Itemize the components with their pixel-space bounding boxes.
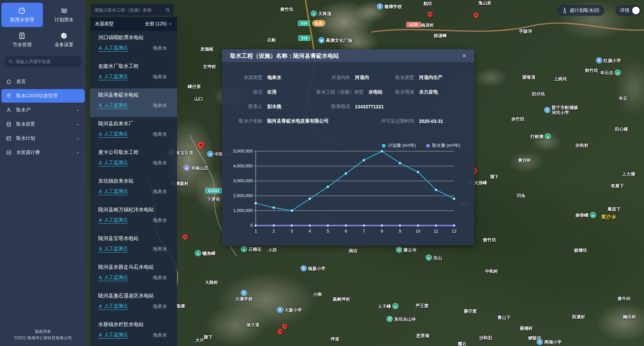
source-type-filter[interactable]: 水源类型 全部 (125) — [90, 17, 177, 31]
map-poi-school[interactable]: 文普宁市船埔镇 河坑小学 — [544, 105, 578, 115]
field-label: 取水用途 — [394, 89, 414, 95]
map-poi-school[interactable]: 文大新小学 — [277, 307, 302, 313]
filter-value[interactable]: 全部 (125) — [145, 21, 167, 27]
map-place-label: 善德村 — [520, 326, 533, 331]
chevron-down-icon — [76, 136, 80, 140]
manual-monitor-link[interactable]: 人工监测点 — [98, 131, 128, 138]
station-search-box[interactable] — [91, 4, 174, 16]
manual-monitor-link[interactable]: 人工监测点 — [98, 160, 128, 166]
school-icon: 文 — [537, 339, 543, 345]
map-place-label: 前竹坑 — [585, 68, 598, 73]
module-gear-button[interactable]: 业务设置 — [44, 28, 85, 52]
manual-monitor-link[interactable]: 人工监测点 — [98, 45, 128, 52]
detail-toggle[interactable]: 详情 — [615, 5, 641, 16]
map-poi-school[interactable]: 文周湖小学 — [537, 339, 562, 345]
svg-text:9: 9 — [399, 229, 401, 234]
map-place-label: 上大塘 — [622, 171, 635, 177]
manual-monitor-link[interactable]: 人工监测点 — [98, 274, 128, 281]
map-poi-temple[interactable]: 卍聚云寺 — [396, 247, 417, 253]
manual-monitor-link[interactable]: 人工监测点 — [98, 74, 128, 80]
station-list-item[interactable]: 陆河县激石溪老区水电站人工监测点地表水 — [90, 289, 177, 318]
map-poi-school[interactable]: 文墩塘学校 — [377, 3, 402, 9]
poi-label: 聚云寺 — [403, 247, 417, 252]
map-poi-mountain[interactable]: ▲羊石尖 — [600, 70, 621, 76]
map-poi-mountain[interactable]: ▲烧香嶂 — [576, 212, 596, 218]
map-pin[interactable] — [196, 140, 206, 150]
manual-monitor-link[interactable]: 人工监测点 — [98, 332, 128, 339]
station-name: 友能水厂取水工程 — [98, 63, 172, 70]
map-poi-school[interactable]: 文福新小学 — [301, 265, 326, 271]
station-list-item[interactable]: 水唇镇水栏肚水电站人工监测点地表水 — [90, 318, 177, 346]
map-poi-mountain[interactable]: ▲石榴花 — [241, 246, 261, 252]
person-icon — [98, 46, 103, 50]
menu-label: 水资源计费 — [16, 150, 40, 156]
field-状态: 状态在用 — [232, 89, 310, 95]
toggle-knob[interactable] — [632, 7, 640, 14]
map-poi-resort[interactable]: ◆幸福山庄 — [184, 165, 208, 171]
map-poi-mountain[interactable]: ▲螺角嶂 — [195, 250, 216, 256]
map-place-label: 南坊 — [349, 248, 358, 253]
map-poi-mountain[interactable]: ▲打铁塘 — [530, 133, 551, 139]
map-poi-school[interactable]: 文大溪学校 — [235, 290, 253, 301]
person-icon — [98, 189, 103, 194]
person-icon — [98, 103, 103, 108]
module-waves-button[interactable]: 计划用水 — [44, 3, 85, 27]
sidebar-item-db[interactable]: 取水设置 — [1, 117, 85, 131]
station-list-item[interactable]: 友能水厂取水工程人工监测点地表水 — [90, 60, 177, 88]
manual-monitor-link[interactable]: 人工监测点 — [98, 303, 128, 310]
sidebar-search-input[interactable] — [16, 59, 78, 64]
field-label: 联系电话 — [310, 104, 350, 110]
sidebar-item-billing[interactable]: 水资源计费 — [1, 146, 85, 159]
station-list-item[interactable]: 陆河县自来水厂人工监测点地表水 — [90, 117, 177, 146]
map-place-label: 中和村 — [485, 269, 498, 274]
search-icon[interactable] — [165, 7, 170, 12]
sidebar-item-user[interactable]: 取水户 — [1, 103, 85, 117]
over-plan-intake-button[interactable]: 超计划取水(0) — [557, 5, 605, 16]
map-poi-mountain[interactable]: ▲天珠顶 — [311, 10, 331, 17]
map-pin[interactable] — [472, 11, 479, 19]
poi-label: 大排嶂 — [474, 180, 487, 185]
station-search-input[interactable] — [94, 7, 163, 12]
manual-monitor-link[interactable]: 人工监测点 — [98, 188, 128, 195]
sidebar-item-plan[interactable]: 取水计划 — [1, 132, 85, 145]
station-list-item[interactable]: 陆河县青碇水电站人工监测点地表水 — [90, 88, 177, 117]
sidebar-item-pin[interactable]: 取水口GIS信息管理 — [1, 89, 85, 103]
app-window: 黄竹坑石船粗坑鬼山岽南进村挨垅蜂芋陂洋前竹坑望海顶上岗坑田仔坑羊石田心楼赤竹田吉… — [0, 0, 644, 346]
station-list-item[interactable]: 陆河县南万镇杞洋水电站人工监测点地表水 — [90, 203, 177, 232]
module-gauge-button[interactable]: 取用水管理 — [1, 3, 43, 27]
copyright-line-2: ©2021 珠海市仁智科技有限公司 — [0, 335, 86, 341]
map-place-label: 赤竹田 — [511, 116, 525, 122]
station-list-item[interactable]: 陆河县宝塔水电站人工监测点地表水 — [90, 232, 177, 261]
map-poi-temple[interactable]: 卍东坑尖山寺 — [387, 316, 416, 322]
close-icon[interactable]: × — [462, 52, 466, 59]
module-doc-button[interactable]: 节水管理 — [1, 28, 43, 52]
map-pin[interactable] — [276, 328, 283, 335]
sidebar-item-home[interactable]: 首页 — [1, 75, 85, 88]
map-pin[interactable] — [426, 10, 433, 18]
map-poi-mountain[interactable]: ▲尖山 — [426, 255, 442, 261]
map-pin[interactable] — [281, 323, 288, 330]
manual-monitor-link[interactable]: 人工监测点 — [98, 246, 128, 252]
modal-title: 取水工程（设施）名称：陆河县青碇水电站 — [230, 52, 339, 60]
water-source-type: 地表水 — [153, 275, 172, 281]
menu-label: 取水户 — [16, 107, 30, 113]
station-list-item[interactable]: 麦卡公司取水工程人工监测点地表水 — [90, 146, 177, 175]
station-list-item[interactable]: 河口镇唱歌潭水电站人工监测点地表水 — [90, 31, 177, 60]
sidebar-search-box[interactable] — [4, 56, 82, 67]
flask-icon — [562, 8, 567, 13]
svg-text:2,000,000: 2,000,000 — [233, 193, 253, 198]
detail-toggle-label: 详情 — [620, 7, 629, 14]
map-poi-mountain[interactable]: ▲人子嶂 — [378, 303, 398, 309]
svg-text:5: 5 — [327, 229, 329, 234]
field-value: 彭木桃 — [267, 104, 281, 110]
svg-text:11: 11 — [434, 229, 439, 234]
manual-monitor-link[interactable]: 人工监测点 — [98, 102, 128, 109]
pin-icon — [6, 93, 11, 99]
map-poi-culture[interactable]: ▣高塘文化广场 — [318, 37, 352, 43]
manual-monitor-link[interactable]: 人工监测点 — [98, 217, 128, 224]
map-pin[interactable] — [181, 233, 189, 240]
map-poi-school[interactable]: 文红旗小学 — [596, 57, 621, 63]
station-list-item[interactable]: 东坑镇自来水站人工监测点地表水 — [90, 175, 177, 203]
poi-label: 天珠顶 — [318, 11, 331, 16]
station-list-item[interactable]: 陆河县水唇走马石水电站人工监测点地表水 — [90, 261, 177, 289]
